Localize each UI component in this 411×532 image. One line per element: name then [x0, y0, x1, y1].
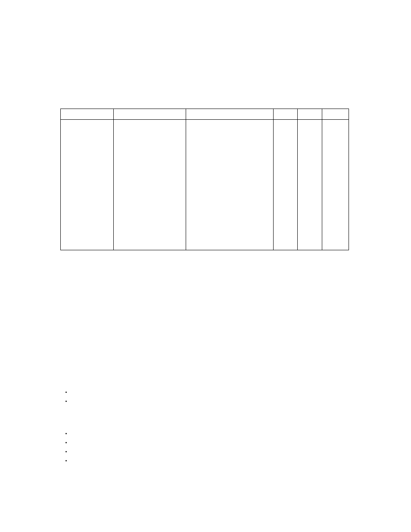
table-header-cell	[322, 109, 349, 120]
table-header-row	[61, 109, 349, 120]
empty-table	[60, 109, 349, 250]
table-cell	[61, 120, 114, 250]
table-header-cell	[186, 109, 273, 120]
table-cell	[298, 120, 322, 250]
table-header-cell	[113, 109, 186, 120]
table-row	[61, 120, 349, 250]
table-cell	[186, 120, 273, 250]
table-header-cell	[298, 109, 322, 120]
table-cell	[113, 120, 186, 250]
table-header-cell	[273, 109, 297, 120]
table-header-cell	[61, 109, 114, 120]
document-page	[0, 0, 411, 532]
table-cell	[273, 120, 297, 250]
table-cell	[322, 120, 349, 250]
